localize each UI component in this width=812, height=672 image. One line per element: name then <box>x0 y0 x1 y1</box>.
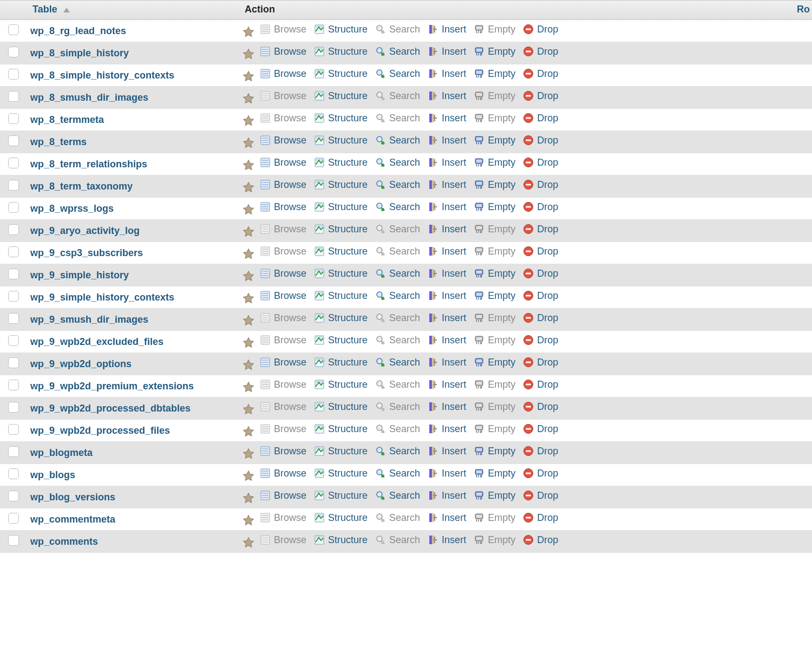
empty-action[interactable]: Empty <box>474 335 515 346</box>
drop-action[interactable]: Drop <box>523 401 558 413</box>
empty-action[interactable]: Empty <box>474 468 515 479</box>
search-action[interactable]: Search <box>375 246 420 257</box>
favorite-star[interactable] <box>243 359 254 371</box>
drop-action[interactable]: Drop <box>523 246 558 257</box>
insert-action[interactable]: Insert <box>428 490 466 501</box>
browse-action[interactable]: Browse <box>260 135 306 146</box>
empty-action[interactable]: Empty <box>474 135 515 146</box>
browse-action[interactable]: Browse <box>260 68 306 80</box>
table-name-link[interactable]: wp_9_simple_history <box>30 270 129 280</box>
drop-action[interactable]: Drop <box>523 490 558 501</box>
table-name-link[interactable]: wp_8_term_relationships <box>30 159 147 169</box>
header-rows[interactable]: Ro <box>791 1 812 20</box>
drop-action[interactable]: Drop <box>523 46 558 57</box>
table-name-link[interactable]: wp_comments <box>30 536 98 547</box>
table-name-link[interactable]: wp_8_term_taxonomy <box>30 181 133 192</box>
structure-action[interactable]: Structure <box>314 90 368 102</box>
drop-action[interactable]: Drop <box>523 268 558 279</box>
drop-action[interactable]: Drop <box>523 68 558 80</box>
search-action[interactable]: Search <box>375 446 420 457</box>
structure-action[interactable]: Structure <box>314 179 368 191</box>
table-name-link[interactable]: wp_9_aryo_activity_log <box>30 225 140 236</box>
drop-action[interactable]: Drop <box>523 446 558 457</box>
insert-action[interactable]: Insert <box>428 379 466 390</box>
browse-action[interactable]: Browse <box>260 312 306 324</box>
favorite-star[interactable] <box>243 537 254 549</box>
table-name-link[interactable]: wp_8_wprss_logs <box>30 203 114 214</box>
insert-action[interactable]: Insert <box>428 224 466 235</box>
empty-action[interactable]: Empty <box>474 90 515 102</box>
insert-action[interactable]: Insert <box>428 68 466 80</box>
row-checkbox[interactable] <box>8 180 19 191</box>
browse-action[interactable]: Browse <box>260 512 306 524</box>
search-action[interactable]: Search <box>375 46 420 57</box>
favorite-star[interactable] <box>243 159 254 171</box>
insert-action[interactable]: Insert <box>428 446 466 457</box>
drop-action[interactable]: Drop <box>523 201 558 213</box>
table-name-link[interactable]: wp_blogmeta <box>30 447 93 458</box>
favorite-star[interactable] <box>243 270 254 282</box>
table-name-link[interactable]: wp_9_wpb2d_options <box>30 358 132 369</box>
insert-action[interactable]: Insert <box>428 534 466 546</box>
browse-action[interactable]: Browse <box>260 534 306 546</box>
browse-action[interactable]: Browse <box>260 24 306 35</box>
browse-action[interactable]: Browse <box>260 46 306 57</box>
row-checkbox[interactable] <box>8 135 19 146</box>
search-action[interactable]: Search <box>375 335 420 346</box>
drop-action[interactable]: Drop <box>523 135 558 146</box>
browse-action[interactable]: Browse <box>260 157 306 168</box>
structure-action[interactable]: Structure <box>314 335 368 346</box>
structure-action[interactable]: Structure <box>314 468 368 479</box>
empty-action[interactable]: Empty <box>474 357 515 368</box>
empty-action[interactable]: Empty <box>474 534 515 546</box>
structure-action[interactable]: Structure <box>314 512 368 524</box>
drop-action[interactable]: Drop <box>523 90 558 102</box>
structure-action[interactable]: Structure <box>314 68 368 80</box>
search-action[interactable]: Search <box>375 268 420 279</box>
table-name-link[interactable]: wp_blog_versions <box>30 492 115 503</box>
search-action[interactable]: Search <box>375 157 420 168</box>
browse-action[interactable]: Browse <box>260 224 306 235</box>
favorite-star[interactable] <box>243 181 254 193</box>
insert-action[interactable]: Insert <box>428 268 466 279</box>
row-checkbox[interactable] <box>8 513 19 524</box>
table-name-link[interactable]: wp_8_simple_history <box>30 48 129 58</box>
empty-action[interactable]: Empty <box>474 401 515 413</box>
row-checkbox[interactable] <box>8 269 19 279</box>
table-name-link[interactable]: wp_9_simple_history_contexts <box>30 292 174 303</box>
search-action[interactable]: Search <box>375 224 420 235</box>
search-action[interactable]: Search <box>375 135 420 146</box>
browse-action[interactable]: Browse <box>260 246 306 257</box>
empty-action[interactable]: Empty <box>474 446 515 457</box>
search-action[interactable]: Search <box>375 201 420 213</box>
structure-action[interactable]: Structure <box>314 423 368 435</box>
search-action[interactable]: Search <box>375 468 420 479</box>
empty-action[interactable]: Empty <box>474 224 515 235</box>
row-checkbox[interactable] <box>8 535 19 546</box>
insert-action[interactable]: Insert <box>428 246 466 257</box>
row-checkbox[interactable] <box>8 446 19 457</box>
empty-action[interactable]: Empty <box>474 113 515 124</box>
browse-action[interactable]: Browse <box>260 290 306 302</box>
table-name-link[interactable]: wp_9_wpb2d_premium_extensions <box>30 381 194 392</box>
insert-action[interactable]: Insert <box>428 179 466 191</box>
browse-action[interactable]: Browse <box>260 423 306 435</box>
browse-action[interactable]: Browse <box>260 201 306 213</box>
structure-action[interactable]: Structure <box>314 534 368 546</box>
browse-action[interactable]: Browse <box>260 179 306 191</box>
search-action[interactable]: Search <box>375 179 420 191</box>
favorite-star[interactable] <box>243 70 254 82</box>
table-name-link[interactable]: wp_8_simple_history_contexts <box>30 70 174 81</box>
insert-action[interactable]: Insert <box>428 113 466 124</box>
table-name-link[interactable]: wp_9_wpb2d_excluded_files <box>30 336 163 347</box>
favorite-star[interactable] <box>243 426 254 438</box>
favorite-star[interactable] <box>243 292 254 304</box>
structure-action[interactable]: Structure <box>314 446 368 457</box>
empty-action[interactable]: Empty <box>474 157 515 168</box>
insert-action[interactable]: Insert <box>428 46 466 57</box>
row-checkbox[interactable] <box>8 491 19 501</box>
search-action[interactable]: Search <box>375 401 420 413</box>
row-checkbox[interactable] <box>8 47 19 57</box>
favorite-star[interactable] <box>243 403 254 415</box>
drop-action[interactable]: Drop <box>523 379 558 390</box>
